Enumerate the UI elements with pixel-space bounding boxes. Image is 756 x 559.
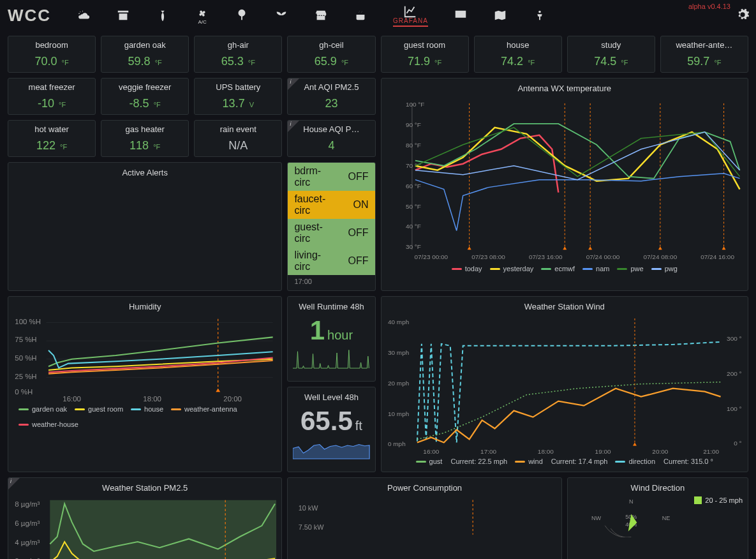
- nav-weather[interactable]: [77, 8, 91, 22]
- antenna-wx-panel[interactable]: Antenna WX temperature 100 °F90 °F80 °F …: [381, 78, 749, 291]
- winddir-legend-item[interactable]: 20 - 25 mph: [694, 496, 743, 504]
- legend-item[interactable]: nam: [582, 265, 609, 272]
- winddir-panel[interactable]: Wind Direction N NW NE 50% 40% 20 - 25 m…: [567, 477, 748, 559]
- legend-item[interactable]: ecmwf: [541, 265, 575, 272]
- svg-marker-49: [632, 442, 636, 445]
- stat-guest-room[interactable]: guest room 71.9 °F: [381, 36, 469, 73]
- stat-study[interactable]: study 74.5 °F: [567, 36, 655, 73]
- nav-grafana-label: GRAFANA: [393, 17, 428, 24]
- nav-cooking[interactable]: [353, 8, 367, 22]
- info-icon[interactable]: [288, 78, 299, 90]
- nav-ac[interactable]: A/C: [195, 6, 209, 25]
- stat-ups-battery[interactable]: UPS battery 13.7 V: [194, 78, 282, 115]
- svg-text:40 mph: 40 mph: [388, 318, 409, 325]
- person-icon: [533, 8, 547, 22]
- antenna-wx-chart: 100 °F90 °F80 °F 70 °F60 °F50 °F 40 °F30…: [387, 97, 743, 262]
- nav-person[interactable]: [533, 8, 547, 22]
- svg-text:07/24 08:00: 07/24 08:00: [643, 253, 677, 260]
- humidity-chart: 100 %H75 %H50 %H25 %H0 %H 16:0018:0020:0…: [13, 315, 276, 403]
- stat-meat-freezer[interactable]: meat freezer -10 °F: [8, 78, 96, 115]
- stat-ant-aqi[interactable]: Ant AQI PM2.5 23: [287, 78, 375, 115]
- svg-text:16:00: 16:00: [63, 395, 81, 403]
- svg-text:8 µg/m³: 8 µg/m³: [15, 500, 40, 508]
- nav-map[interactable]: [493, 8, 507, 22]
- power-panel[interactable]: Power Consumption 10 kW7.50 kW: [287, 477, 561, 559]
- svg-text:25 %H: 25 %H: [15, 373, 36, 380]
- svg-marker-18: [722, 246, 725, 250]
- svg-marker-14: [467, 246, 471, 250]
- stat-gas-heater[interactable]: gas heater 118 °F: [101, 120, 189, 157]
- chart-line-icon: [403, 4, 417, 19]
- svg-text:30 °F: 30 °F: [405, 243, 420, 250]
- svg-text:90 °F: 90 °F: [405, 121, 420, 128]
- nav-tree[interactable]: [235, 8, 249, 22]
- stat-rain-event[interactable]: rain event N/A: [194, 120, 282, 157]
- panel-title: Active Alerts: [13, 167, 276, 181]
- svg-text:40 °F: 40 °F: [405, 223, 420, 230]
- power-chart: 10 kW7.50 kW: [293, 496, 556, 538]
- well-runtime-spark: [293, 346, 369, 371]
- pot-icon: [353, 8, 367, 22]
- svg-text:07/23 16:00: 07/23 16:00: [528, 253, 562, 260]
- legend-item[interactable]: pwg: [651, 265, 678, 272]
- svg-text:100 °: 100 °: [727, 405, 741, 412]
- stat-bedroom[interactable]: bedroom 70.0 °F: [8, 36, 96, 73]
- table-row[interactable]: faucet-circON: [288, 191, 374, 219]
- svg-text:0 mph: 0 mph: [388, 440, 406, 447]
- svg-text:10 kW: 10 kW: [299, 504, 318, 512]
- well-runtime-panel[interactable]: Well Runtime 48h 1hour: [287, 296, 375, 382]
- stat-garden-oak[interactable]: garden oak 59.8 °F: [101, 36, 189, 73]
- active-alerts-panel[interactable]: Active Alerts: [8, 162, 282, 291]
- info-icon[interactable]: [8, 478, 20, 489]
- svg-text:75 %H: 75 %H: [15, 336, 36, 343]
- svg-text:100 °F: 100 °F: [405, 101, 424, 108]
- circ-table: bdrm-circOFF faucet-circON guest-circOFF…: [288, 163, 374, 275]
- panel-title: Antenna WX temperature: [387, 82, 743, 97]
- svg-text:07/23 00:00: 07/23 00:00: [414, 253, 448, 260]
- stat-veggie-freezer[interactable]: veggie freezer -8.5 °F: [101, 78, 189, 115]
- nav-system[interactable]: [454, 8, 468, 22]
- info-icon[interactable]: [288, 121, 299, 132]
- humidity-panel[interactable]: Humidity 100 %H75 %H50 %H25 %H0 %H 16:00…: [8, 296, 282, 472]
- nav-archive[interactable]: [116, 8, 130, 22]
- settings-button[interactable]: [736, 8, 750, 24]
- svg-text:70 °F: 70 °F: [405, 162, 420, 169]
- bignum-value: 1hour: [293, 315, 369, 346]
- svg-text:17:00: 17:00: [480, 448, 496, 455]
- table-row[interactable]: bdrm-circOFF: [288, 163, 374, 191]
- nav-store[interactable]: [314, 8, 328, 22]
- nav-garden[interactable]: [156, 8, 170, 22]
- table-row[interactable]: living-circOFF: [288, 247, 374, 275]
- pm25-panel[interactable]: Weather Station PM2.5 8 µg/m³6 µg/m³4 µg…: [8, 477, 282, 559]
- svg-text:07/24 00:00: 07/24 00:00: [586, 253, 619, 260]
- svg-marker-17: [658, 246, 662, 250]
- wind-chart: 40 mph30 mph20 mph10 mph0 mph 300 °200 °…: [387, 315, 743, 455]
- nav-plant[interactable]: [274, 8, 288, 22]
- stat-weather-antenna[interactable]: weather-ante… 59.7 °F: [660, 36, 748, 73]
- stat-gh-ceil[interactable]: gh-ceil 65.9 °F: [287, 36, 375, 73]
- svg-text:200 °: 200 °: [727, 370, 741, 377]
- stat-house[interactable]: house 74.2 °F: [474, 36, 562, 73]
- legend-item[interactable]: yesterday: [490, 265, 534, 272]
- nav-grafana[interactable]: GRAFANA: [393, 4, 428, 27]
- svg-marker-15: [563, 246, 567, 250]
- version-label: alpha v0.4.13: [688, 3, 730, 10]
- stat-hot-water[interactable]: hot water 122 °F: [8, 120, 96, 157]
- svg-text:50 °F: 50 °F: [405, 203, 420, 210]
- well-level-spark: [293, 436, 369, 462]
- svg-text:0 %H: 0 %H: [15, 388, 33, 396]
- stat-value: 70.0 °F: [13, 55, 90, 68]
- circ-panel[interactable]: bdrm-circOFF faucet-circON guest-circOFF…: [287, 162, 375, 291]
- legend-item[interactable]: today: [452, 265, 482, 272]
- stat-house-aqi[interactable]: House AQI P… 4: [287, 120, 375, 157]
- legend-item[interactable]: pwe: [617, 265, 643, 272]
- stat-title: bedroom: [13, 40, 90, 50]
- well-level-panel[interactable]: Well Level 48h 65.5ft: [287, 387, 375, 472]
- table-row[interactable]: guest-circOFF: [288, 219, 374, 247]
- store-icon: [314, 8, 328, 22]
- nav-icons: A/C GRAFANA: [77, 4, 547, 27]
- carrot-icon: [156, 8, 170, 22]
- stat-gh-air[interactable]: gh-air 65.3 °F: [194, 36, 282, 73]
- wind-panel[interactable]: Weather Station Wind 40 mph30 mph20 mph1…: [381, 296, 749, 472]
- app-logo[interactable]: WCC: [8, 6, 51, 26]
